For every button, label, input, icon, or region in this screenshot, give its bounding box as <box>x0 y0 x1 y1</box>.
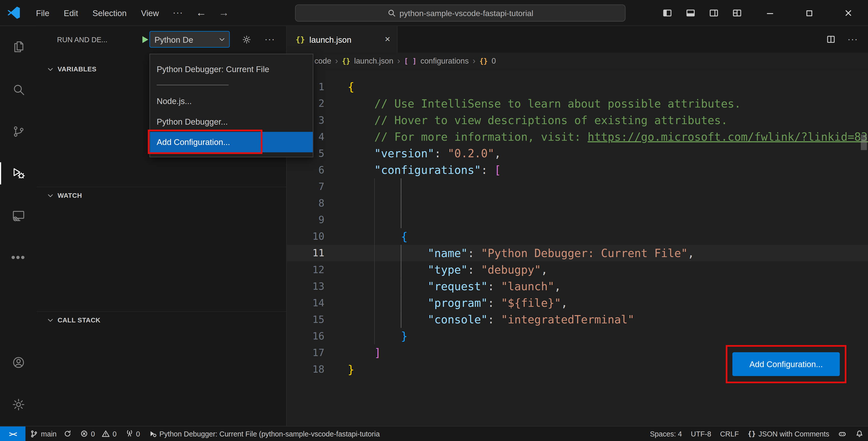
symbol-object-icon: {} <box>479 57 488 65</box>
symbol-array-icon: [ ] <box>404 57 417 65</box>
line-text: { <box>348 228 408 245</box>
line-number[interactable]: 9 <box>287 212 324 228</box>
menu-more-button[interactable]: ··· <box>166 4 190 21</box>
activity-explorer[interactable] <box>0 26 36 68</box>
indentation-label: Spaces: 4 <box>650 430 682 438</box>
menu-file[interactable]: File <box>29 5 57 21</box>
activity-run-and-debug[interactable] <box>0 152 36 195</box>
breadcrumb-symbol-0[interactable]: 0 <box>492 57 496 65</box>
menu-edit[interactable]: Edit <box>57 5 85 21</box>
code-line[interactable]: 7 <box>287 178 868 195</box>
maximize-button[interactable] <box>789 0 829 26</box>
debug-configuration-select[interactable]: Python De <box>149 31 230 48</box>
line-number[interactable]: 6 <box>287 162 324 178</box>
code-line[interactable]: 3 // Hover to view descriptions of exist… <box>287 112 868 128</box>
code-line[interactable]: 15 "console": "integratedTerminal" <box>287 311 868 328</box>
split-editor-icon[interactable] <box>827 35 835 44</box>
code-line[interactable]: 10 { <box>287 228 868 245</box>
code-line[interactable]: 8 <box>287 195 868 212</box>
nav-forward-button[interactable]: → <box>213 5 235 20</box>
notifications-indicator[interactable] <box>851 426 868 441</box>
add-configuration-button[interactable]: Add Configuration... <box>733 352 840 376</box>
start-debugging-button[interactable] <box>140 35 149 44</box>
line-number[interactable]: 16 <box>287 328 324 345</box>
tab-label: launch.json <box>309 35 351 44</box>
toggle-sidebar-button[interactable] <box>655 0 679 26</box>
line-number[interactable]: 10 <box>287 228 324 245</box>
code-lines: 1{2 // Use IntelliSense to learn about p… <box>287 79 868 378</box>
indent-guide <box>401 295 401 311</box>
customize-layout-button[interactable] <box>725 0 748 26</box>
remote-indicator[interactable]: >< <box>0 426 25 441</box>
problems-indicator[interactable]: 0 0 <box>76 426 121 441</box>
line-number[interactable]: 13 <box>287 278 324 294</box>
activity-search[interactable] <box>0 68 36 110</box>
editor-more-button[interactable]: ··· <box>848 34 858 45</box>
code-line[interactable]: 11 "name": "Python Debugger: Current Fil… <box>287 245 868 261</box>
breadcrumb-file[interactable]: launch.json <box>354 57 393 65</box>
command-center-search[interactable]: python-sample-vscode-fastapi-tutorial <box>295 4 626 22</box>
activity-accounts[interactable] <box>0 342 36 384</box>
encoding-indicator[interactable]: UTF-8 <box>686 426 716 441</box>
files-icon <box>11 40 25 54</box>
activity-settings[interactable] <box>0 383 36 426</box>
warning-icon <box>102 430 110 438</box>
code-line[interactable]: 12 "type": "debugpy", <box>287 261 868 278</box>
section-call-stack[interactable]: CALL STACK <box>36 311 286 328</box>
copilot-indicator[interactable] <box>834 426 851 441</box>
line-number[interactable]: 11 <box>287 245 324 261</box>
toggle-secondary-sidebar-button[interactable] <box>702 0 725 26</box>
braces-icon: {} <box>748 430 756 438</box>
menu-selection[interactable]: Selection <box>85 5 134 21</box>
menu-view[interactable]: View <box>134 5 166 21</box>
code-line[interactable]: 6 "configurations": [ <box>287 162 868 178</box>
ports-indicator[interactable]: 0 <box>121 426 145 441</box>
section-watch[interactable]: WATCH <box>36 187 286 203</box>
dropdown-item-add-configuration[interactable]: Add Configuration... <box>150 132 313 152</box>
code-line[interactable]: 2 // Use IntelliSense to learn about pos… <box>287 95 868 112</box>
minimize-button[interactable] <box>750 0 789 26</box>
code-line[interactable]: 1{ <box>287 79 868 95</box>
line-number[interactable]: 7 <box>287 178 324 195</box>
language-mode-indicator[interactable]: {} JSON with Comments <box>743 426 834 441</box>
code-line[interactable]: 14 "program": "${file}", <box>287 295 868 311</box>
line-number[interactable]: 8 <box>287 195 324 212</box>
debug-status[interactable]: Python Debugger: Current File (python-sa… <box>145 426 384 441</box>
close-window-button[interactable] <box>829 0 868 26</box>
line-number[interactable]: 15 <box>287 311 324 328</box>
close-tab-icon[interactable]: × <box>385 34 390 45</box>
toggle-panel-button[interactable] <box>679 0 702 26</box>
activity-more[interactable]: ••• <box>0 236 36 279</box>
breadcrumb-separator-icon: › <box>473 56 476 66</box>
indentation-indicator[interactable]: Spaces: 4 <box>646 426 686 441</box>
line-number[interactable]: 17 <box>287 345 324 361</box>
line-number[interactable]: 14 <box>287 295 324 311</box>
open-launch-json-button[interactable] <box>242 35 251 44</box>
code-line[interactable]: 13 "request": "launch", <box>287 278 868 294</box>
code-line[interactable]: 9 <box>287 212 868 228</box>
breadcrumb-symbol-configurations[interactable]: configurations <box>421 57 469 65</box>
debug-views-more-button[interactable]: ··· <box>265 34 275 45</box>
dropdown-item-nodejs[interactable]: Node.js... <box>150 91 313 111</box>
code-line[interactable]: 4 // For more information, visit: https:… <box>287 128 868 145</box>
nav-back-button[interactable]: ← <box>190 5 213 20</box>
tab-launch-json[interactable]: {} launch.json × <box>287 26 398 53</box>
search-icon <box>387 9 396 17</box>
indent-guide <box>401 195 401 212</box>
code-line[interactable]: 5 "version": "0.2.0", <box>287 145 868 161</box>
eol-indicator[interactable]: CRLF <box>716 426 743 441</box>
tab-bar: {} launch.json × ··· <box>287 26 868 53</box>
editor-scrollbar[interactable] <box>861 135 867 150</box>
indent-guide <box>401 261 401 278</box>
code-line[interactable]: 16 } <box>287 328 868 345</box>
line-number[interactable]: 18 <box>287 361 324 378</box>
activity-remote-explorer[interactable] <box>0 195 36 237</box>
line-text: } <box>348 328 408 345</box>
branch-name: main <box>41 430 57 438</box>
branch-indicator[interactable]: main <box>25 426 76 441</box>
breadcrumb-folder[interactable]: code <box>314 57 331 65</box>
dropdown-item-current-file[interactable]: Python Debugger: Current File <box>150 59 313 80</box>
activity-source-control[interactable] <box>0 110 36 152</box>
dropdown-item-python-debugger[interactable]: Python Debugger... <box>150 111 313 132</box>
line-number[interactable]: 12 <box>287 261 324 278</box>
